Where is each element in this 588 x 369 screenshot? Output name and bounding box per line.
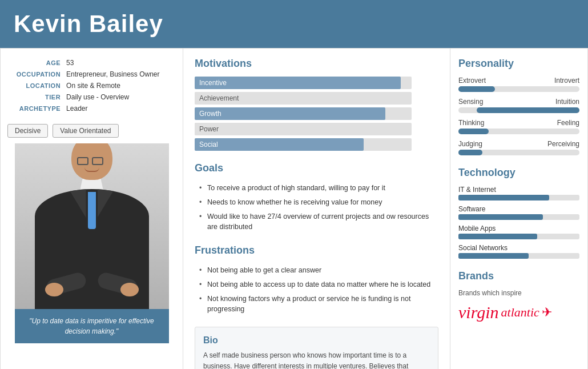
tech-bar-fill bbox=[458, 234, 537, 239]
quote-text: "Up to date data is imperitive for effec… bbox=[29, 317, 154, 335]
tech-bar-bg bbox=[458, 195, 579, 200]
tier-label: TIER bbox=[9, 93, 65, 103]
slider-right-label: Feeling bbox=[557, 119, 579, 127]
tech-bar-fill bbox=[458, 253, 529, 259]
tech-bars: IT & Internet Software Mobile Apps Socia… bbox=[458, 186, 579, 259]
motivation-bar: Achievement bbox=[195, 92, 438, 105]
age-row: AGE 53 bbox=[9, 59, 175, 69]
virgin-text: virgin bbox=[458, 303, 499, 322]
avatar-container: "Up to date data is imperitive for effec… bbox=[7, 143, 176, 343]
atlantic-text: atlantic bbox=[501, 305, 539, 320]
motivation-bar: Incentive bbox=[195, 77, 438, 89]
tech-item: Mobile Apps bbox=[458, 224, 579, 239]
motivation-bar: Social bbox=[195, 138, 438, 151]
tech-item: Social Networks bbox=[458, 244, 579, 259]
frustrations-section: Frustrations Not being able to get a cle… bbox=[195, 244, 438, 316]
occupation-row: OCCUPATION Entrepreneur, Business Owner bbox=[9, 70, 175, 81]
archetype-value: Leader bbox=[66, 105, 175, 115]
tech-label: Software bbox=[458, 205, 579, 213]
motivation-bars: Incentive Achievement Growth Power Socia… bbox=[195, 77, 438, 151]
right-column: Personality Extrovert Introvert Sensing … bbox=[450, 49, 587, 369]
slider-right-label: Introvert bbox=[554, 77, 579, 85]
goal-item: To receive a product of high standard, w… bbox=[199, 181, 438, 195]
tech-label: IT & Internet bbox=[458, 186, 579, 194]
technology-title: Technology bbox=[458, 167, 579, 179]
frustrations-list: Not being able to get a clear answerNot … bbox=[195, 263, 438, 316]
tier-value: Daily use - Overview bbox=[66, 93, 175, 103]
personality-sliders: Extrovert Introvert Sensing Intuition Th… bbox=[458, 77, 579, 155]
personality-slider: Judging Perceiving bbox=[458, 140, 579, 155]
brands-section: Brands Brands which inspire virgin atlan… bbox=[458, 270, 579, 322]
bio-box: Bio A self made business person who know… bbox=[195, 327, 438, 369]
personality-slider: Sensing Intuition bbox=[458, 98, 579, 113]
motivation-bar: Growth bbox=[195, 107, 438, 120]
tech-label: Social Networks bbox=[458, 244, 579, 252]
info-table: AGE 53 OCCUPATION Entrepreneur, Business… bbox=[7, 58, 176, 116]
frustration-item: Not knowing factors why a product or ser… bbox=[199, 292, 438, 317]
left-column: AGE 53 OCCUPATION Entrepreneur, Business… bbox=[1, 49, 183, 369]
slider-right-label: Perceiving bbox=[547, 140, 579, 148]
tag-value-orientated[interactable]: Value Orientated bbox=[53, 124, 118, 138]
frustration-item: Not being able to get a clear answer bbox=[199, 263, 438, 278]
brands-title: Brands bbox=[458, 270, 579, 282]
archetype-row: ARCHETYPE Leader bbox=[9, 105, 175, 115]
frustrations-title: Frustrations bbox=[195, 244, 438, 256]
motivations-title: Motivations bbox=[195, 58, 438, 70]
motivations-section: Motivations Incentive Achievement Growth… bbox=[195, 58, 438, 151]
personality-section: Personality Extrovert Introvert Sensing … bbox=[458, 58, 579, 155]
tech-label: Mobile Apps bbox=[458, 224, 579, 232]
slider-track bbox=[458, 150, 579, 155]
slider-track bbox=[458, 129, 579, 134]
age-label: AGE bbox=[9, 59, 65, 69]
personality-title: Personality bbox=[458, 58, 579, 70]
tech-item: IT & Internet bbox=[458, 186, 579, 200]
tech-bar-bg bbox=[458, 214, 579, 220]
tag-decisive[interactable]: Decisive bbox=[7, 124, 48, 138]
location-value: On site & Remote bbox=[66, 82, 175, 92]
slider-right-label: Intuition bbox=[555, 98, 579, 106]
archetype-label: ARCHETYPE bbox=[9, 105, 65, 115]
goals-list: To receive a product of high standard, w… bbox=[195, 181, 438, 234]
goals-title: Goals bbox=[195, 162, 438, 174]
slider-left-label: Sensing bbox=[458, 98, 483, 106]
persona-name: Kevin Bailey bbox=[14, 10, 574, 38]
tech-bar-bg bbox=[458, 253, 579, 259]
personality-slider: Thinking Feeling bbox=[458, 119, 579, 134]
main-content: AGE 53 OCCUPATION Entrepreneur, Business… bbox=[0, 48, 588, 369]
virgin-atlantic-logo: virgin atlantic ✈ bbox=[458, 303, 579, 322]
slider-left-label: Thinking bbox=[458, 119, 484, 127]
slider-track bbox=[458, 107, 579, 113]
page-header: Kevin Bailey bbox=[0, 0, 588, 48]
slider-left-label: Judging bbox=[458, 140, 482, 148]
slider-left-label: Extrovert bbox=[458, 77, 486, 85]
bio-text: A self made business person who knows ho… bbox=[203, 350, 430, 369]
tier-row: TIER Daily use - Overview bbox=[9, 93, 175, 103]
occupation-value: Entrepreneur, Business Owner bbox=[66, 70, 175, 81]
quote-box: "Up to date data is imperitive for effec… bbox=[15, 309, 169, 343]
location-label: LOCATION bbox=[9, 82, 65, 92]
age-value: 53 bbox=[66, 59, 175, 69]
frustration-item: Not being able to access up to date data… bbox=[199, 278, 438, 292]
tech-item: Software bbox=[458, 205, 579, 220]
brands-subtitle: Brands which inspire bbox=[458, 289, 579, 297]
tech-bar-fill bbox=[458, 195, 549, 200]
goals-section: Goals To receive a product of high stand… bbox=[195, 162, 438, 234]
motivation-bar: Power bbox=[195, 123, 438, 135]
bio-title: Bio bbox=[203, 335, 430, 346]
brand-icon: ✈ bbox=[542, 305, 552, 320]
technology-section: Technology IT & Internet Software Mobile… bbox=[458, 167, 579, 259]
tech-bar-fill bbox=[458, 214, 543, 220]
goal-item: Would like to have 27/4 overview of curr… bbox=[199, 210, 438, 235]
tags-row: Decisive Value Orientated bbox=[7, 124, 176, 138]
goal-item: Needs to know whether he is receiving va… bbox=[199, 195, 438, 210]
occupation-label: OCCUPATION bbox=[9, 70, 65, 81]
personality-slider: Extrovert Introvert bbox=[458, 77, 579, 92]
slider-track bbox=[458, 86, 579, 92]
tech-bar-bg bbox=[458, 234, 579, 239]
location-row: LOCATION On site & Remote bbox=[9, 82, 175, 92]
middle-column: Motivations Incentive Achievement Growth… bbox=[183, 49, 450, 369]
